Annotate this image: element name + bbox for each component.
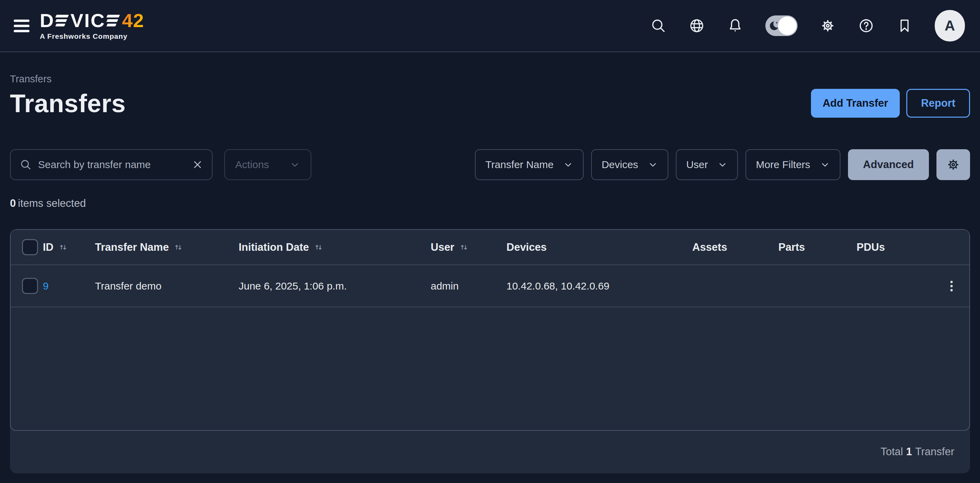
actions-dropdown[interactable]: Actions bbox=[224, 149, 311, 180]
advanced-button[interactable]: Advanced bbox=[848, 149, 929, 180]
total-label: Total bbox=[881, 446, 903, 458]
logo-number: 42 bbox=[122, 11, 144, 30]
search-input[interactable] bbox=[38, 159, 186, 171]
sort-icon[interactable] bbox=[314, 242, 323, 252]
settings-gear-icon[interactable] bbox=[819, 18, 836, 34]
selection-count: 0 bbox=[10, 197, 16, 209]
column-header-initiation-date[interactable]: Initiation Date bbox=[239, 241, 431, 253]
column-header-pdus: PDUs bbox=[857, 241, 931, 253]
column-header-devices: Devices bbox=[506, 241, 692, 253]
sort-icon[interactable] bbox=[58, 242, 68, 252]
report-button[interactable]: Report bbox=[906, 89, 970, 118]
selection-status: 0items selected bbox=[10, 197, 970, 210]
hamburger-menu-icon[interactable] bbox=[14, 19, 30, 32]
logo-text: VIC bbox=[70, 11, 105, 30]
total-count: 1 bbox=[906, 446, 912, 458]
table-header-row: ID Transfer Name I bbox=[11, 230, 969, 265]
table-empty-area bbox=[11, 308, 969, 429]
select-all-checkbox[interactable] bbox=[22, 239, 38, 255]
transfer-id-link[interactable]: 9 bbox=[43, 280, 49, 292]
help-icon[interactable] bbox=[858, 18, 874, 34]
table-row[interactable]: 9 Transfer demo June 6, 2025, 1:06 p.m. … bbox=[11, 265, 969, 308]
cell-devices: 10.42.0.68, 10.42.0.69 bbox=[506, 280, 692, 292]
cell-user: admin bbox=[431, 280, 506, 292]
actions-label: Actions bbox=[235, 159, 269, 171]
toggle-knob bbox=[778, 16, 797, 35]
table-footer: Total 1 Transfer bbox=[10, 431, 970, 473]
search-icon[interactable] bbox=[650, 18, 667, 34]
bookmark-icon[interactable] bbox=[896, 18, 913, 34]
chevron-down-icon bbox=[820, 159, 830, 170]
filter-more-filters[interactable]: More Filters bbox=[745, 149, 840, 180]
column-header-id[interactable]: ID bbox=[43, 241, 95, 253]
filter-transfer-name[interactable]: Transfer Name bbox=[475, 149, 584, 180]
logo-text: D bbox=[40, 11, 54, 30]
navbar-icon-group: A bbox=[650, 10, 965, 41]
chevron-down-icon bbox=[290, 159, 301, 170]
cell-initiation-date: June 6, 2025, 1:06 p.m. bbox=[239, 280, 431, 292]
user-avatar[interactable]: A bbox=[935, 10, 965, 41]
chevron-down-icon bbox=[563, 159, 573, 170]
notifications-bell-icon[interactable] bbox=[727, 18, 743, 34]
total-unit: Transfer bbox=[915, 446, 954, 458]
cell-transfer-name: Transfer demo bbox=[95, 280, 239, 292]
search-icon bbox=[19, 158, 32, 171]
logo-subtitle: A Freshworks Company bbox=[40, 32, 144, 40]
theme-toggle[interactable] bbox=[765, 16, 797, 36]
filter-devices[interactable]: Devices bbox=[591, 149, 668, 180]
sort-icon[interactable] bbox=[459, 242, 469, 252]
transfers-table-card: ID Transfer Name I bbox=[10, 229, 970, 473]
table-settings-gear-icon[interactable] bbox=[937, 149, 970, 180]
search-box bbox=[10, 149, 213, 180]
column-header-user[interactable]: User bbox=[431, 241, 506, 253]
column-header-transfer-name[interactable]: Transfer Name bbox=[95, 241, 239, 253]
device42-logo[interactable]: D VIC 42 A Freshworks Company bbox=[40, 11, 144, 40]
main-content: Transfers Transfers Add Transfer Report bbox=[0, 73, 980, 473]
add-transfer-button[interactable]: Add Transfer bbox=[811, 89, 900, 118]
row-checkbox[interactable] bbox=[22, 278, 38, 294]
chevron-down-icon bbox=[648, 159, 658, 170]
chevron-down-icon bbox=[718, 159, 728, 170]
breadcrumb[interactable]: Transfers bbox=[10, 73, 970, 85]
column-header-parts: Parts bbox=[778, 241, 857, 253]
column-header-assets: Assets bbox=[692, 241, 778, 253]
top-navbar: D VIC 42 A Freshworks Company bbox=[0, 0, 980, 52]
logo-e-glyph bbox=[107, 15, 119, 26]
clear-search-icon[interactable] bbox=[192, 159, 203, 170]
selection-text: items selected bbox=[18, 197, 86, 209]
row-actions-kebab-icon[interactable] bbox=[944, 279, 959, 293]
logo-e-glyph bbox=[56, 15, 68, 26]
globe-icon[interactable] bbox=[689, 18, 705, 34]
transfers-table: ID Transfer Name I bbox=[10, 229, 970, 431]
sort-icon[interactable] bbox=[173, 242, 183, 252]
filter-user[interactable]: User bbox=[676, 149, 738, 180]
page-title: Transfers bbox=[10, 89, 126, 118]
avatar-letter: A bbox=[945, 18, 955, 34]
